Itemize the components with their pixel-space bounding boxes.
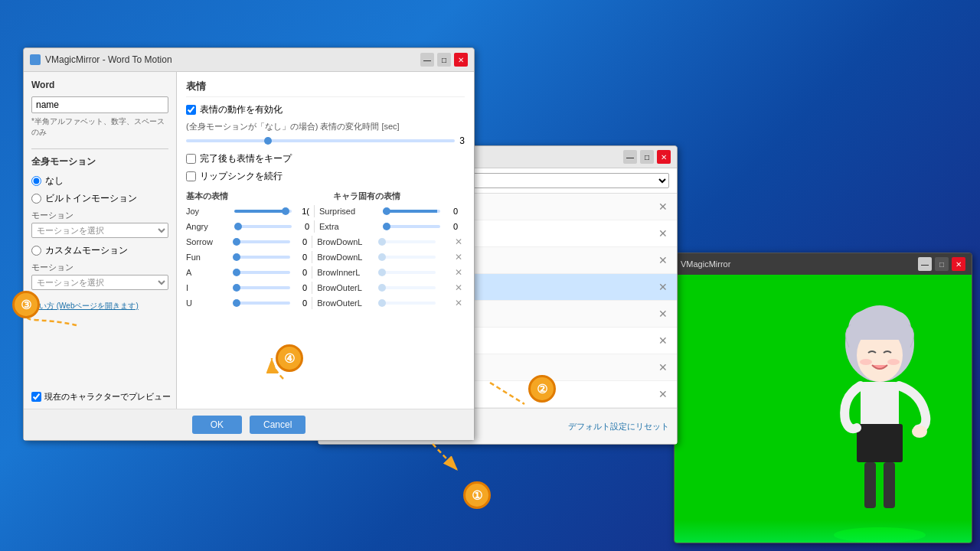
full-body-title: 全身モーション xyxy=(31,155,168,168)
extra-slider[interactable] xyxy=(383,225,440,228)
lipsync-row[interactable]: リップシンクを続行 xyxy=(186,170,465,183)
close-button[interactable]: ✕ xyxy=(454,53,468,67)
browdownl-label: BrowDownL xyxy=(317,237,376,246)
i-slider[interactable] xyxy=(233,286,290,289)
fun-slider[interactable] xyxy=(233,256,290,259)
item-close-fun[interactable]: ✕ xyxy=(655,306,671,321)
u-slider[interactable] xyxy=(233,302,290,305)
dialog-body: Word *半角アルファベット、数字、スペースのみ 全身モーション なし ビルト… xyxy=(24,72,474,409)
sorrow-value: 0 xyxy=(292,237,307,246)
vmm-maximize-btn[interactable]: □ xyxy=(935,257,949,271)
browdownl2-slider[interactable] xyxy=(378,256,436,259)
vmm-close-btn[interactable]: ✕ xyxy=(952,257,965,271)
builtin-motion-select[interactable]: モーションを選択 xyxy=(31,223,168,238)
svg-line-10 xyxy=(433,444,458,471)
vmm-title-text: VMagicMirror xyxy=(681,259,730,269)
extra-value: 0 xyxy=(443,222,458,231)
maximize-button[interactable]: □ xyxy=(437,53,451,67)
annotation-circle-2: ② xyxy=(528,375,556,403)
custom-motion-select[interactable]: モーションを選択 xyxy=(31,275,168,290)
i-label: I xyxy=(186,283,230,292)
keep-face-row[interactable]: 完了後も表情をキープ xyxy=(186,152,465,165)
radio-custom[interactable]: カスタムモーション xyxy=(31,244,168,257)
wml-title-buttons: — □ ✕ xyxy=(623,150,671,164)
wml-minimize-btn[interactable]: — xyxy=(623,150,637,164)
browinnerl-remove-btn[interactable]: ✕ xyxy=(453,266,465,279)
word-to-motion-dialog: VMagicMirror - Word To Motion — □ ✕ Word… xyxy=(23,47,475,441)
radio-builtin-label: ビルトインモーション xyxy=(45,192,137,205)
dialog-title: VMagicMirror - Word To Motion xyxy=(30,54,172,65)
svg-rect-7 xyxy=(864,462,876,508)
sorrow-label: Sorrow xyxy=(186,237,230,246)
browouterl2-slider[interactable] xyxy=(378,302,436,305)
annotation-circle-1: ① xyxy=(463,481,491,509)
keep-face-checkbox[interactable] xyxy=(186,154,196,164)
wml-close-btn[interactable]: ✕ xyxy=(657,150,671,164)
vmm-title-buttons: — □ ✕ xyxy=(918,257,965,271)
platform-glow xyxy=(675,520,972,543)
radio-none-input[interactable] xyxy=(31,176,41,186)
wml-maximize-btn[interactable]: □ xyxy=(640,150,654,164)
surprised-slider[interactable] xyxy=(383,210,440,213)
lipsync-checkbox[interactable] xyxy=(186,171,196,181)
word-hint: *半角アルファベット、数字、スペースのみ xyxy=(31,116,168,138)
item-close-wave[interactable]: ✕ xyxy=(655,333,671,348)
radio-builtin-input[interactable] xyxy=(31,194,41,204)
base-face-header: 基本の表情 xyxy=(186,191,325,202)
reset-link[interactable]: デフォルト設定にリセット xyxy=(568,421,669,432)
motion-label2: モーション xyxy=(31,262,168,273)
radio-builtin[interactable]: ビルトインモーション xyxy=(31,192,168,205)
item-close-sorrow[interactable]: ✕ xyxy=(655,279,671,295)
word-input[interactable] xyxy=(31,96,168,113)
character-svg xyxy=(803,298,956,543)
enable-face-checkbox[interactable] xyxy=(186,105,196,115)
duration-slider[interactable] xyxy=(186,139,455,142)
joy-value: 1( xyxy=(294,207,309,216)
item-close-angry[interactable]: ✕ xyxy=(655,253,671,268)
face-divider xyxy=(314,205,315,217)
annotation-label-1: ① xyxy=(472,488,482,503)
help-link[interactable]: 使い方 (Webページを開きます) xyxy=(31,301,168,311)
browinnerl-slider[interactable] xyxy=(378,271,436,274)
svg-point-3 xyxy=(887,359,900,365)
a-value: 0 xyxy=(292,268,307,277)
builtin-motion-section: モーション モーションを選択 xyxy=(31,210,168,244)
enable-face-row[interactable]: 表情の動作を有効化 xyxy=(186,103,465,116)
face-columns-header: 基本の表情 キャラ固有の表情 xyxy=(186,191,465,202)
angry-slider[interactable] xyxy=(234,225,292,228)
vmm-minimize-btn[interactable]: — xyxy=(918,257,932,271)
minimize-button[interactable]: — xyxy=(420,53,434,67)
i-value: 0 xyxy=(292,283,307,292)
desktop: VMagicMirror - Word To Motion — □ ✕ Word… xyxy=(0,0,980,551)
vmm-content xyxy=(675,275,972,543)
sorrow-slider[interactable] xyxy=(233,240,290,243)
item-close-reset[interactable]: ✕ xyxy=(655,199,671,214)
preview-checkbox-input[interactable] xyxy=(31,392,41,402)
fun-label: Fun xyxy=(186,253,230,262)
face-row-joy: Joy 1( Surprised 0 xyxy=(186,205,465,217)
angry-label: Angry xyxy=(186,222,232,231)
annotation-label-4: ④ xyxy=(284,351,295,366)
left-panel: Word *半角アルファベット、数字、スペースのみ 全身モーション なし ビルト… xyxy=(24,72,177,409)
browouterl-remove-btn[interactable]: ✕ xyxy=(453,282,465,294)
a-slider[interactable] xyxy=(233,271,290,274)
browdownl2-remove-btn[interactable]: ✕ xyxy=(453,251,465,263)
item-close-joy[interactable]: ✕ xyxy=(655,226,671,241)
item-close-name[interactable]: ✕ xyxy=(655,386,671,402)
browdownl-remove-btn[interactable]: ✕ xyxy=(453,236,465,248)
duration-label: (全身モーションが「なし」の場合) 表情の変化時間 [sec] xyxy=(186,121,465,132)
joy-label: Joy xyxy=(186,207,232,216)
browouterl2-remove-btn[interactable]: ✕ xyxy=(453,297,465,309)
radio-custom-input[interactable] xyxy=(31,246,41,256)
right-panel: 表情 表情の動作を有効化 (全身モーションが「なし」の場合) 表情の変化時間 [… xyxy=(177,72,474,409)
face-divider4 xyxy=(312,251,312,263)
cancel-button[interactable]: Cancel xyxy=(250,416,305,434)
browouterl-slider[interactable] xyxy=(378,286,436,289)
annotation-circle-4: ④ xyxy=(276,344,303,372)
joy-slider[interactable] xyxy=(234,210,292,213)
ok-button[interactable]: OK xyxy=(192,416,242,434)
browdownl-slider[interactable] xyxy=(378,240,436,243)
radio-none[interactable]: なし xyxy=(31,174,168,187)
face-section-title: 表情 xyxy=(186,80,465,97)
item-close-good[interactable]: ✕ xyxy=(655,360,671,375)
